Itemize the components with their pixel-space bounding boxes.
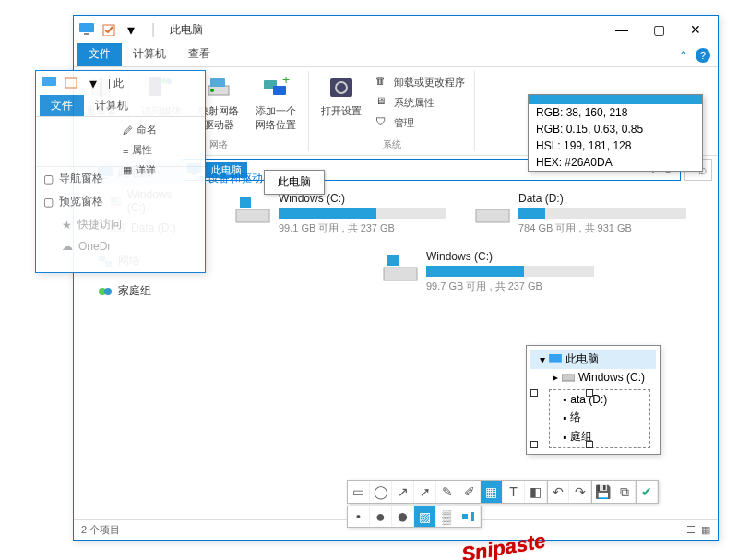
svg-rect-31	[387, 255, 399, 266]
tree-homegroup[interactable]: ▪ 庭组	[554, 427, 646, 447]
tool-marker-icon[interactable]: ✐	[458, 481, 481, 503]
tool-copy-icon[interactable]: ⧉	[613, 481, 636, 503]
settings-icon	[327, 73, 356, 102]
view-details-icon[interactable]: ☰	[686, 524, 696, 536]
ribbon-open-settings[interactable]: 打开设置	[315, 71, 368, 132]
tool-redo-icon[interactable]: ↷	[569, 481, 591, 503]
qat-properties-icon[interactable]	[100, 20, 118, 39]
overlay-tab-file[interactable]: 文件	[40, 95, 84, 116]
close-button[interactable]: ✕	[677, 16, 714, 43]
svg-rect-35	[562, 375, 575, 381]
ribbon-sysprops[interactable]: 🖥系统属性	[372, 93, 469, 112]
sysprops-icon: 🖥	[375, 95, 390, 110]
tool-confirm-icon[interactable]: ✔	[636, 481, 658, 503]
ribbon-group-system-label: 系统	[383, 138, 401, 151]
overlay-onedrive[interactable]: ☁OneDr	[36, 236, 205, 256]
drive-icon	[382, 250, 419, 283]
overlay-explorer-window: ▾ | 此 文件 计算机 🖉命名 ≡ 属性 ▦ 详详 ▢导航窗格 ▢预览窗格 ★…	[35, 70, 206, 273]
opt-dot-med-icon[interactable]: ●	[370, 506, 392, 527]
opt-dot-large-icon[interactable]: ●	[392, 506, 414, 527]
color-rgb-float: RGB: 0.15, 0.63, 0.85	[529, 121, 702, 137]
ribbon-uninstall[interactable]: 🗑卸载或更改程序	[372, 73, 469, 91]
tool-rect-icon[interactable]: ▭	[348, 481, 370, 503]
drive-stats: 99.1 GB 可用 , 共 237 GB	[279, 221, 446, 235]
help-icon[interactable]: ?	[696, 48, 710, 63]
svg-rect-1	[84, 33, 89, 35]
snipaste-options-toolbar: • ● ● ▨ ▒	[347, 506, 482, 528]
tool-text-icon[interactable]: T	[503, 481, 525, 503]
drive-usage-bar	[279, 208, 446, 219]
svg-rect-10	[210, 78, 225, 87]
sidebar-item-homegroup[interactable]: 家庭组	[74, 280, 184, 303]
status-item-count: 2 个项目	[81, 523, 120, 537]
svg-rect-37	[471, 512, 474, 521]
svg-point-26	[104, 288, 112, 295]
manage-icon: 🛡	[375, 115, 390, 130]
svg-rect-27	[236, 209, 269, 222]
tool-undo-icon[interactable]: ↶	[547, 481, 569, 503]
drive-usage-bar	[426, 266, 594, 277]
tree-network[interactable]: ▪ 络	[554, 408, 646, 427]
tool-line-icon[interactable]: ↗	[392, 481, 414, 503]
address-tooltip: 此电脑	[264, 170, 325, 195]
drive-stats: 784 GB 可用 , 共 931 GB	[518, 221, 686, 235]
tab-computer[interactable]: 计算机	[122, 43, 177, 66]
qat-dropdown-icon[interactable]: ▾	[84, 74, 102, 92]
tree-data-d[interactable]: ▪ ata (D:)	[554, 391, 646, 408]
color-rgb-int: RGB: 38, 160, 218	[529, 104, 702, 121]
maximize-button[interactable]: ▢	[640, 16, 677, 43]
minimize-button[interactable]: —	[603, 16, 640, 43]
overlay-quick-access[interactable]: ★快捷访问	[36, 213, 205, 236]
uninstall-icon: 🗑	[375, 75, 390, 89]
map-network-icon	[204, 73, 233, 102]
tab-view[interactable]: 查看	[177, 43, 221, 66]
tree-popup: ▾ 此电脑 ▸ Windows (C:) ▪ ata (D:) ▪ 络 ▪ 庭组	[526, 345, 661, 455]
ribbon-manage[interactable]: 🛡管理	[372, 113, 469, 132]
opt-size-icon[interactable]	[458, 506, 481, 527]
view-large-icon[interactable]: ▦	[701, 524, 710, 536]
titlebar: ▾ | 此电脑 — ▢ ✕	[74, 16, 718, 43]
overlay-tab-computer[interactable]: 计算机	[84, 95, 139, 116]
add-network-icon: +	[261, 73, 291, 102]
qat-dropdown-icon[interactable]: ▾	[122, 20, 140, 39]
tool-mosaic-icon[interactable]: ▦	[481, 481, 503, 503]
color-swatch	[529, 95, 702, 104]
drive-stats: 99.7 GB 可用 , 共 237 GB	[426, 280, 594, 293]
overlay-properties[interactable]: ≡ 属性	[119, 141, 161, 159]
system-icon	[77, 20, 96, 39]
overlay-details[interactable]: ▦ 详详	[119, 161, 161, 179]
opt-pattern-icon[interactable]: ▨	[414, 506, 436, 527]
system-icon	[40, 74, 58, 92]
snipaste-toolbar: ▭ ◯ ↗ ➚ ✎ ✐ ▦ T ◧ ↶ ↷ 💾 ⧉ ✔	[347, 480, 659, 504]
svg-rect-12	[273, 86, 286, 95]
svg-rect-36	[462, 514, 468, 519]
svg-rect-28	[240, 197, 251, 208]
ribbon-collapse-icon[interactable]: ⌃	[679, 49, 688, 62]
ribbon-add-network[interactable]: + 添加一个网络位置	[249, 71, 303, 134]
opt-dot-small-icon[interactable]: •	[348, 506, 370, 527]
tool-eraser-icon[interactable]: ◧	[525, 481, 547, 503]
tree-this-pc[interactable]: ▾ 此电脑	[530, 350, 656, 369]
tool-save-icon[interactable]: 💾	[591, 481, 613, 503]
tab-file[interactable]: 文件	[77, 43, 122, 66]
drives-list: Windows (C:) 99.1 GB 可用 , 共 237 GB Data …	[199, 192, 703, 293]
svg-rect-29	[476, 209, 509, 222]
drive-name: Data (D:)	[518, 192, 686, 205]
drive-item[interactable]: Windows (C:) 99.1 GB 可用 , 共 237 GB	[234, 192, 446, 235]
svg-point-9	[210, 89, 214, 92]
overlay-rename[interactable]: 🖉命名	[119, 121, 161, 138]
drive-item[interactable]: Data (D:) 784 GB 可用 , 共 931 GB	[474, 192, 686, 235]
drive-item[interactable]: Windows (C:) 99.7 GB 可用 , 共 237 GB	[382, 250, 594, 293]
qat-properties-icon[interactable]	[62, 74, 80, 92]
color-info-panel: RGB: 38, 160, 218 RGB: 0.15, 0.63, 0.85 …	[528, 94, 703, 172]
tree-windows-c[interactable]: ▸ Windows (C:)	[530, 369, 656, 386]
drive-name: Windows (C:)	[426, 250, 594, 263]
svg-rect-0	[79, 23, 94, 32]
tool-pencil-icon[interactable]: ✎	[436, 481, 458, 503]
ribbon-tabs: 文件 计算机 查看 ⌃ ?	[74, 43, 718, 67]
tool-ellipse-icon[interactable]: ◯	[370, 481, 392, 503]
opt-blur-icon[interactable]: ▒	[436, 506, 458, 527]
overlay-preview-pane[interactable]: ▢预览窗格	[36, 190, 205, 213]
svg-text:+: +	[282, 77, 290, 87]
tool-arrow-icon[interactable]: ➚	[414, 481, 436, 503]
